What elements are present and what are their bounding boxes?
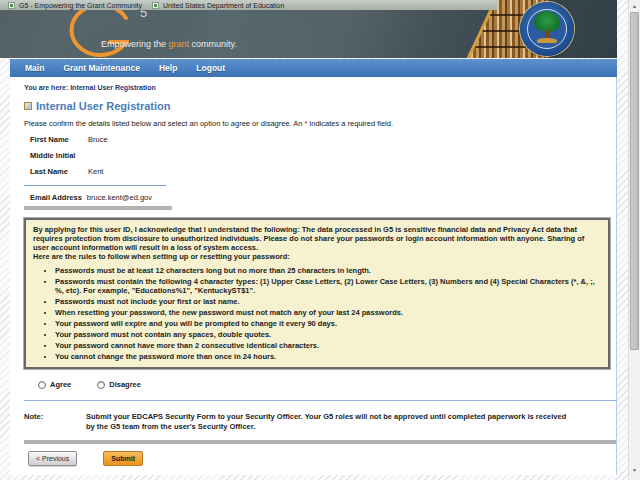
nav-grant-maintenance[interactable]: Grant Maintenance <box>63 63 140 73</box>
dotted-separator-full <box>24 440 617 444</box>
dotted-separator-short <box>24 206 172 210</box>
breadcrumb: You are here: Internal User Registration <box>24 84 616 91</box>
agree-option[interactable]: Agree <box>38 380 71 389</box>
content-area: You are here: Internal User Registration… <box>10 77 617 475</box>
seal-circle <box>520 2 574 56</box>
divider-line-full <box>24 400 617 401</box>
field-last-name: Last Name Kent <box>30 167 616 176</box>
nav-logout[interactable]: Logout <box>196 63 225 73</box>
scroll-up-arrow-icon[interactable]: ▲ <box>629 1 640 11</box>
page-background: 5 Empowering the grant community. G5 - E… <box>0 0 628 480</box>
field-middle-initial: Middle Initial <box>30 151 616 160</box>
middle-initial-label: Middle Initial <box>30 151 88 160</box>
password-rules-box: By applying for this user ID, I acknowle… <box>24 218 610 369</box>
button-row: < Previous Submit <box>28 451 616 466</box>
vertical-scrollbar[interactable]: ▲ ▼ <box>628 0 640 480</box>
ed-page-icon <box>152 2 159 9</box>
scroll-down-arrow-icon[interactable]: ▼ <box>629 465 640 475</box>
acknowledgment-paragraph: By applying for this user ID, I acknowle… <box>33 225 601 252</box>
divider-line <box>24 185 166 186</box>
nav-main[interactable]: Main <box>25 63 44 73</box>
disagree-option[interactable]: Disagree <box>97 380 141 389</box>
rule-item: Passwords must contain the following 4 c… <box>55 277 601 295</box>
seal-mound <box>537 38 557 43</box>
rule-item: Your password will expire and you will b… <box>55 319 601 328</box>
disagree-radio[interactable] <box>97 381 105 389</box>
agree-disagree-options: Agree Disagree <box>38 380 616 389</box>
rule-item: Your password must not contain any space… <box>55 330 601 339</box>
seal-tree-icon <box>534 11 560 32</box>
window-title-ed[interactable]: United States Department of Education <box>163 2 284 9</box>
rule-item: When resetting your password, the new pa… <box>55 308 601 317</box>
section-icon <box>24 102 32 110</box>
field-first-name: First Name Bruce <box>30 135 616 144</box>
disagree-label[interactable]: Disagree <box>109 380 141 389</box>
intro-text: Please confirm the details listed below … <box>24 119 616 128</box>
first-name-label: First Name <box>30 135 88 144</box>
rule-item: Passwords must be at least 12 characters… <box>55 266 601 275</box>
agree-label[interactable]: Agree <box>50 380 71 389</box>
page-title: Internal User Registration <box>36 100 170 112</box>
g5-page-icon <box>8 2 15 9</box>
rule-item: Passwords must not include your first or… <box>55 297 601 306</box>
nav-help[interactable]: Help <box>159 63 177 73</box>
email-label: Email Address <box>30 193 82 202</box>
previous-button[interactable]: < Previous <box>28 451 77 466</box>
rule-item: Your password cannot have more than 2 co… <box>55 341 601 350</box>
page-title-row: Internal User Registration <box>24 100 616 112</box>
email-value: bruce.kent@ed.gov <box>87 193 152 202</box>
window-title-strip: G5 - Empowering the Grant Community Unit… <box>0 0 497 10</box>
g5-application-window: 5 Empowering the grant community. G5 - E… <box>0 0 640 480</box>
rule-item: You cannot change the password more than… <box>55 352 601 361</box>
dept-of-education-seal <box>520 2 574 56</box>
last-name-value: Kent <box>88 167 103 176</box>
window-title-g5[interactable]: G5 - Empowering the Grant Community <box>19 2 142 9</box>
password-rules-list: Passwords must be at least 12 characters… <box>55 266 601 361</box>
agree-radio[interactable] <box>38 381 46 389</box>
breadcrumb-prefix: You are here: <box>24 84 68 91</box>
note-label: Note: <box>24 412 86 432</box>
scrollbar-thumb[interactable] <box>630 12 639 350</box>
field-email: Email Address bruce.kent@ed.gov <box>30 193 616 202</box>
first-name-value: Bruce <box>88 135 108 144</box>
rules-intro: Here are the rules to follow when settin… <box>33 252 601 261</box>
last-name-label: Last Name <box>30 167 88 176</box>
submit-button[interactable]: Submit <box>103 451 143 466</box>
note-row: Note: Submit your EDCAPS Security Form t… <box>24 412 616 432</box>
note-text: Submit your EDCAPS Security Form to your… <box>86 412 568 432</box>
banner-tagline: Empowering the grant community. <box>101 39 237 49</box>
g5-logo-icon <box>66 2 136 58</box>
main-nav: Main Grant Maintenance Help Logout <box>10 59 617 77</box>
breadcrumb-current: Internal User Registration <box>70 84 156 91</box>
